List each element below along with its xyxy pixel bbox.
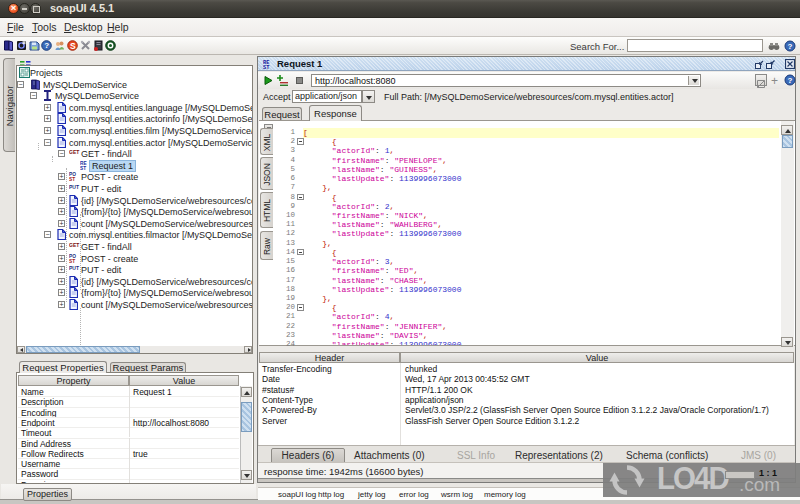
- svg-text:PUT: PUT: [69, 265, 79, 271]
- svg-text:ST: ST: [69, 177, 75, 181]
- svg-text:S: S: [70, 41, 76, 51]
- svg-text:PUT: PUT: [69, 184, 79, 190]
- svg-text:?: ?: [788, 76, 793, 85]
- svg-text:GET: GET: [69, 149, 79, 155]
- svg-text:ST: ST: [69, 258, 75, 262]
- svg-text:GET: GET: [69, 242, 79, 248]
- svg-text:ST: ST: [263, 65, 270, 69]
- svg-text:ST: ST: [80, 165, 86, 169]
- svg-text:?: ?: [788, 42, 793, 51]
- svg-text:?: ?: [44, 41, 49, 50]
